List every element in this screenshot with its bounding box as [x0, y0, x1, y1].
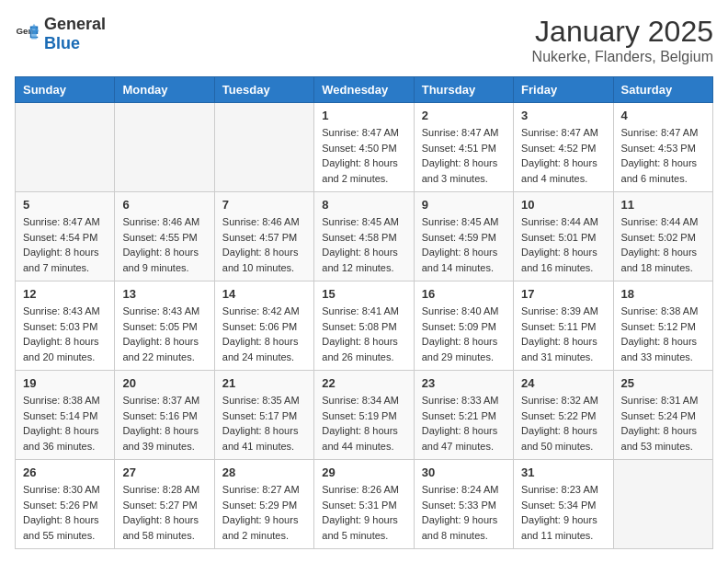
day-number: 22	[322, 376, 405, 390]
cell-line: Sunrise: 8:31 AM	[621, 393, 705, 408]
cell-line: and 44 minutes.	[322, 439, 405, 454]
cell-line: Sunset: 4:52 PM	[521, 141, 605, 156]
cell-line: and 58 minutes.	[122, 528, 206, 544]
cell-line: Sunrise: 8:24 AM	[422, 482, 506, 498]
cell-line: Sunset: 5:03 PM	[23, 319, 107, 335]
cell-line: and 14 minutes.	[422, 260, 506, 276]
day-number: 21	[222, 376, 306, 390]
day-number: 30	[422, 465, 506, 479]
day-number: 13	[122, 287, 206, 301]
cell-content: Sunrise: 8:46 AMSunset: 4:55 PMDaylight:…	[122, 214, 206, 275]
cell-line: Daylight: 8 hours	[521, 334, 605, 350]
cell-line: Sunset: 5:11 PM	[521, 319, 605, 335]
cell-line: Sunrise: 8:38 AM	[23, 393, 107, 408]
cell-line: Sunset: 4:50 PM	[322, 141, 405, 156]
cell-line: Sunset: 5:21 PM	[422, 408, 506, 424]
day-number: 7	[222, 198, 306, 212]
cell-line: Sunset: 5:01 PM	[521, 230, 605, 246]
calendar-cell: 11Sunrise: 8:44 AMSunset: 5:02 PMDayligh…	[613, 192, 712, 282]
cell-line: Daylight: 8 hours	[621, 155, 705, 171]
calendar-cell: 5Sunrise: 8:47 AMSunset: 4:54 PMDaylight…	[16, 192, 115, 282]
cell-line: Sunrise: 8:38 AM	[621, 304, 705, 319]
cell-line: Sunset: 5:16 PM	[122, 408, 206, 424]
cell-line: Sunrise: 8:47 AM	[621, 125, 705, 141]
cell-line: Daylight: 8 hours	[521, 155, 605, 171]
calendar-cell: 26Sunrise: 8:30 AMSunset: 5:26 PMDayligh…	[16, 460, 115, 549]
cell-line: Sunrise: 8:33 AM	[422, 393, 506, 408]
calendar-cell: 1Sunrise: 8:47 AMSunset: 4:50 PMDaylight…	[314, 103, 414, 192]
cell-line: and 29 minutes.	[422, 350, 506, 365]
logo: Gen General Blue	[15, 15, 106, 53]
cell-content: Sunrise: 8:38 AMSunset: 5:12 PMDaylight:…	[621, 304, 705, 364]
cell-line: and 5 minutes.	[322, 528, 405, 544]
cell-line: Sunrise: 8:32 AM	[521, 393, 605, 408]
cell-line: Sunset: 5:24 PM	[621, 408, 705, 424]
day-of-week-header: Friday	[514, 77, 613, 103]
cell-line: Daylight: 8 hours	[222, 334, 306, 350]
cell-line: Daylight: 8 hours	[422, 155, 506, 171]
calendar-cell: 4Sunrise: 8:47 AMSunset: 4:53 PMDaylight…	[613, 103, 712, 192]
day-number: 19	[23, 376, 107, 390]
cell-content: Sunrise: 8:45 AMSunset: 4:59 PMDaylight:…	[422, 214, 506, 275]
cell-content: Sunrise: 8:40 AMSunset: 5:09 PMDaylight:…	[422, 304, 506, 364]
cell-line: Sunset: 5:09 PM	[422, 319, 506, 335]
cell-line: Daylight: 8 hours	[521, 245, 605, 260]
calendar-cell: 19Sunrise: 8:38 AMSunset: 5:14 PMDayligh…	[16, 371, 115, 460]
cell-line: and 7 minutes.	[23, 260, 107, 276]
cell-content: Sunrise: 8:47 AMSunset: 4:52 PMDaylight:…	[521, 125, 605, 186]
cell-line: Daylight: 8 hours	[322, 423, 405, 439]
cell-line: Sunset: 4:51 PM	[422, 141, 506, 156]
day-number: 8	[322, 198, 405, 212]
cell-line: and 10 minutes.	[222, 260, 306, 276]
cell-line: Sunset: 5:22 PM	[521, 408, 605, 424]
cell-line: Sunrise: 8:26 AM	[322, 482, 405, 498]
cell-content: Sunrise: 8:39 AMSunset: 5:11 PMDaylight:…	[521, 304, 605, 364]
month-year-title: January 2025	[532, 15, 713, 49]
calendar-cell: 17Sunrise: 8:39 AMSunset: 5:11 PMDayligh…	[514, 282, 613, 371]
cell-line: Daylight: 8 hours	[422, 423, 506, 439]
cell-content: Sunrise: 8:31 AMSunset: 5:24 PMDaylight:…	[621, 393, 705, 454]
cell-line: Daylight: 8 hours	[23, 334, 107, 350]
cell-line: Sunset: 5:14 PM	[23, 408, 107, 424]
cell-line: and 36 minutes.	[23, 439, 107, 454]
cell-line: Sunrise: 8:27 AM	[222, 482, 306, 498]
calendar-week-row: 5Sunrise: 8:47 AMSunset: 4:54 PMDaylight…	[16, 192, 713, 282]
cell-line: Daylight: 8 hours	[122, 512, 206, 528]
day-number: 9	[422, 198, 506, 212]
cell-line: Sunrise: 8:46 AM	[222, 214, 306, 230]
calendar-cell	[613, 460, 712, 549]
calendar-cell: 14Sunrise: 8:42 AMSunset: 5:06 PMDayligh…	[214, 282, 313, 371]
day-of-week-header: Sunday	[16, 77, 115, 103]
day-of-week-header: Tuesday	[214, 77, 313, 103]
cell-line: Daylight: 8 hours	[222, 245, 306, 260]
cell-content: Sunrise: 8:38 AMSunset: 5:14 PMDaylight:…	[23, 393, 107, 454]
calendar-cell: 22Sunrise: 8:34 AMSunset: 5:19 PMDayligh…	[314, 371, 414, 460]
cell-line: and 2 minutes.	[222, 528, 306, 544]
cell-line: Sunset: 4:53 PM	[621, 141, 705, 156]
cell-line: Daylight: 8 hours	[122, 334, 206, 350]
day-number: 20	[122, 376, 206, 390]
cell-line: and 12 minutes.	[322, 260, 405, 276]
calendar-cell: 2Sunrise: 8:47 AMSunset: 4:51 PMDaylight…	[414, 103, 513, 192]
day-number: 28	[222, 465, 306, 479]
cell-content: Sunrise: 8:44 AMSunset: 5:02 PMDaylight:…	[621, 214, 705, 275]
calendar-cell: 18Sunrise: 8:38 AMSunset: 5:12 PMDayligh…	[613, 282, 712, 371]
calendar-table: SundayMondayTuesdayWednesdayThursdayFrid…	[15, 76, 713, 549]
calendar-cell: 25Sunrise: 8:31 AMSunset: 5:24 PMDayligh…	[613, 371, 712, 460]
cell-line: Daylight: 8 hours	[521, 423, 605, 439]
cell-line: Daylight: 9 hours	[322, 512, 405, 528]
calendar-cell: 12Sunrise: 8:43 AMSunset: 5:03 PMDayligh…	[16, 282, 115, 371]
calendar-cell: 31Sunrise: 8:23 AMSunset: 5:34 PMDayligh…	[514, 460, 613, 549]
cell-line: Daylight: 8 hours	[322, 334, 405, 350]
cell-content: Sunrise: 8:32 AMSunset: 5:22 PMDaylight:…	[521, 393, 605, 454]
cell-line: Sunrise: 8:40 AM	[422, 304, 506, 319]
day-number: 10	[521, 198, 605, 212]
cell-content: Sunrise: 8:47 AMSunset: 4:51 PMDaylight:…	[422, 125, 506, 186]
calendar-cell	[214, 103, 313, 192]
cell-line: Sunrise: 8:44 AM	[521, 214, 605, 230]
day-of-week-header: Wednesday	[314, 77, 414, 103]
cell-line: Sunset: 4:57 PM	[222, 230, 306, 246]
cell-line: Sunset: 4:58 PM	[322, 230, 405, 246]
cell-content: Sunrise: 8:27 AMSunset: 5:29 PMDaylight:…	[222, 482, 306, 543]
day-number: 11	[621, 198, 705, 212]
